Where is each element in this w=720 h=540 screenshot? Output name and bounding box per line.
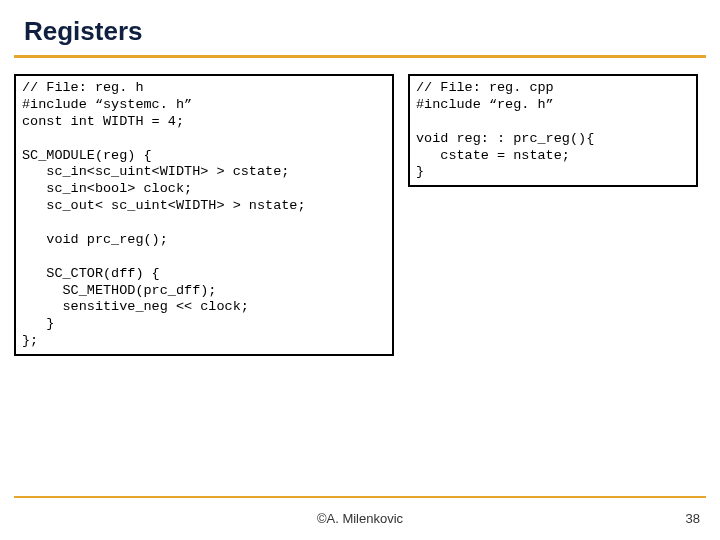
footer-page-number: 38 xyxy=(686,511,700,526)
title-divider xyxy=(14,55,706,58)
footer-author: ©A. Milenkovic xyxy=(0,511,720,526)
code-block-left: // File: reg. h #include “systemc. h” co… xyxy=(14,74,394,356)
footer-divider xyxy=(14,496,706,498)
page-title: Registers xyxy=(0,0,720,55)
code-block-right: // File: reg. cpp #include “reg. h” void… xyxy=(408,74,698,187)
